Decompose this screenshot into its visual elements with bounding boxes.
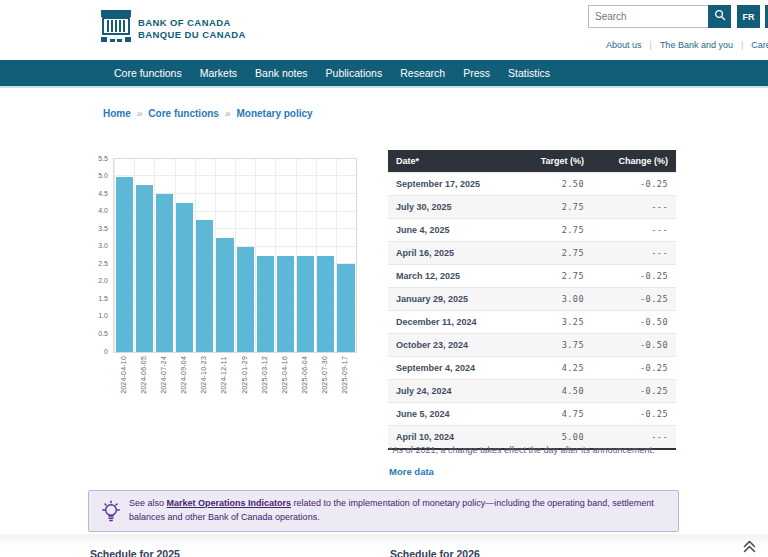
breadcrumb-item-monetary-policy[interactable]: Monetary policy xyxy=(236,108,312,119)
bar-slot xyxy=(275,159,295,352)
nav-item-bank-notes[interactable]: Bank notes xyxy=(246,67,317,79)
y-axis-label: 1.0 xyxy=(85,312,108,319)
nav-item-press[interactable]: Press xyxy=(454,67,499,79)
bank-of-canada-logo[interactable]: BANK OF CANADA BANQUE DU CANADA xyxy=(101,10,246,48)
y-axis-label: 2.5 xyxy=(85,260,108,267)
cell-target: 3.00 xyxy=(516,288,592,311)
cell-date: July 30, 2025 xyxy=(388,196,516,219)
cell-change: -0.50 xyxy=(592,311,676,334)
language-toggle-button[interactable]: FR xyxy=(737,5,760,28)
x-axis-label: 2025-01-29 xyxy=(241,356,248,394)
cell-date: September 17, 2025 xyxy=(388,173,516,196)
x-axis-label: 2025-03-12 xyxy=(261,356,268,394)
market-operations-callout: See also Market Operations Indicators re… xyxy=(88,490,679,532)
nav-item-core-functions[interactable]: Core functions xyxy=(105,67,191,79)
x-label-slot: 2024-10-23 xyxy=(194,356,214,394)
table-header: Date* Target (%) Change (%) xyxy=(388,150,676,173)
y-axis-label: 5.0 xyxy=(85,172,108,179)
column-header-change: Change (%) xyxy=(592,150,676,173)
y-axis-label: 0.5 xyxy=(85,330,108,337)
bar-slot xyxy=(154,159,174,352)
y-axis-label: 2.0 xyxy=(85,277,108,284)
bar-2025-07-30[interactable] xyxy=(317,256,334,353)
breadcrumb-separator: » xyxy=(137,108,143,119)
market-operations-indicators-link[interactable]: Market Operations Indicators xyxy=(167,498,292,508)
breadcrumb-item-home[interactable]: Home xyxy=(103,108,131,119)
x-axis-label: 2025-06-04 xyxy=(301,356,308,394)
table-row: June 5, 20244.75-0.25 xyxy=(388,403,676,426)
x-label-slot: 2025-03-12 xyxy=(254,356,274,394)
bar-slot xyxy=(195,159,215,352)
page: BANK OF CANADA BANQUE DU CANADA FR About… xyxy=(0,0,768,557)
bar-2025-06-04[interactable] xyxy=(297,256,314,353)
bar-2025-09-17[interactable] xyxy=(337,264,354,352)
bar-2024-07-24[interactable] xyxy=(156,194,173,352)
bar-2025-03-12[interactable] xyxy=(257,256,274,353)
logo-wordmark: BANK OF CANADA BANQUE DU CANADA xyxy=(138,17,246,42)
x-label-slot: 2025-01-29 xyxy=(234,356,254,394)
bar-2025-04-16[interactable] xyxy=(277,256,294,353)
bar-2024-06-05[interactable] xyxy=(136,185,153,352)
scroll-to-top-button[interactable] xyxy=(741,539,758,557)
x-axis-label: 2024-10-23 xyxy=(200,356,207,394)
bar-2024-10-23[interactable] xyxy=(196,220,213,352)
cell-target: 4.25 xyxy=(516,357,592,380)
breadcrumb-item-core-functions[interactable]: Core functions xyxy=(148,108,219,119)
separator: | xyxy=(741,40,743,50)
table-row: October 23, 20243.75-0.50 xyxy=(388,334,676,357)
bar-2025-01-29[interactable] xyxy=(237,247,254,352)
y-axis-label: 0 xyxy=(85,348,108,355)
callout-text: See also Market Operations Indicators re… xyxy=(129,497,669,524)
cell-date: October 23, 2024 xyxy=(388,334,516,357)
bar-slot xyxy=(134,159,154,352)
y-axis-label: 4.5 xyxy=(85,190,108,197)
cell-date: July 24, 2024 xyxy=(388,380,516,403)
table-row: April 16, 20252.75--- xyxy=(388,242,676,265)
y-axis-label: 5.5 xyxy=(85,155,108,162)
policy-rate-chart: 2024-04-102024-06-052024-07-242024-09-04… xyxy=(85,150,357,422)
nav-item-publications[interactable]: Publications xyxy=(317,67,392,79)
search-input[interactable] xyxy=(588,5,708,28)
x-axis-label: 2024-09-04 xyxy=(180,356,187,394)
secondary-link-careers[interactable]: Careers xyxy=(751,40,768,50)
x-label-slot: 2025-07-30 xyxy=(315,356,335,394)
secondary-link-the-bank-and-you[interactable]: The Bank and you xyxy=(660,40,733,50)
x-label-slot: 2024-09-04 xyxy=(174,356,194,394)
cell-date: April 16, 2025 xyxy=(388,242,516,265)
cell-target: 2.75 xyxy=(516,196,592,219)
x-axis-labels: 2024-04-102024-06-052024-07-242024-09-04… xyxy=(113,356,355,394)
callout-prefix: See also xyxy=(129,498,167,508)
search-button[interactable] xyxy=(708,5,731,28)
x-label-slot: 2024-06-05 xyxy=(133,356,153,394)
lightbulb-icon xyxy=(100,499,122,528)
nav-item-statistics[interactable]: Statistics xyxy=(499,67,559,79)
cell-date: June 5, 2024 xyxy=(388,403,516,426)
bar-slot xyxy=(235,159,255,352)
cell-date: June 4, 2025 xyxy=(388,219,516,242)
table-row: December 11, 20243.25-0.50 xyxy=(388,311,676,334)
bar-2024-04-10[interactable] xyxy=(116,177,133,352)
cell-change: -0.25 xyxy=(592,288,676,311)
cell-date: September 4, 2024 xyxy=(388,357,516,380)
more-data-link[interactable]: More data xyxy=(389,466,434,477)
bar-slot xyxy=(296,159,316,352)
bar-2024-09-04[interactable] xyxy=(176,203,193,352)
table-footnote: *As of 2021, a change takes effect the d… xyxy=(389,445,679,455)
table-row: September 4, 20244.25-0.25 xyxy=(388,357,676,380)
bars-container xyxy=(114,159,356,352)
nav-item-research[interactable]: Research xyxy=(391,67,454,79)
logo-line-fr: BANQUE DU CANADA xyxy=(138,29,246,41)
cell-target: 3.25 xyxy=(516,311,592,334)
x-axis-label: 2024-04-10 xyxy=(120,356,127,394)
logo-line-en: BANK OF CANADA xyxy=(138,17,246,29)
cell-date: December 11, 2024 xyxy=(388,311,516,334)
nav-item-markets[interactable]: Markets xyxy=(191,67,246,79)
x-label-slot: 2025-06-04 xyxy=(295,356,315,394)
double-chevron-up-icon xyxy=(741,540,758,557)
cell-target: 2.75 xyxy=(516,219,592,242)
bar-2024-12-11[interactable] xyxy=(216,238,233,352)
chart-plot-area xyxy=(113,158,357,353)
table-body: September 17, 20252.50-0.25July 30, 2025… xyxy=(388,173,676,450)
secondary-link-about-us[interactable]: About us xyxy=(606,40,642,50)
cell-change: --- xyxy=(592,242,676,265)
